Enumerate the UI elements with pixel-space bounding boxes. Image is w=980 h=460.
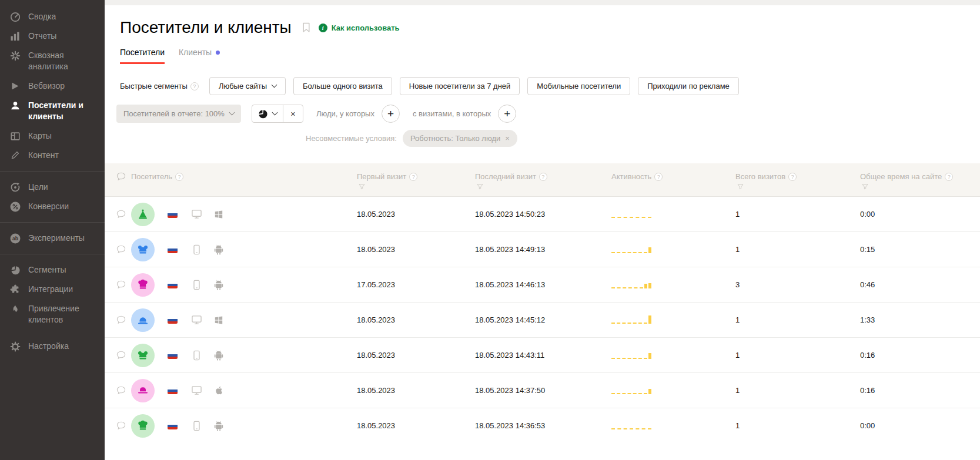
help-icon[interactable]: ? bbox=[175, 173, 183, 181]
sidebar-item-vebvizor[interactable]: Вебвизор bbox=[0, 76, 105, 96]
column-header[interactable]: Последний визит? bbox=[475, 172, 611, 191]
sidebar-item-integratsii[interactable]: Интеграции bbox=[0, 280, 105, 299]
help-icon[interactable]: ? bbox=[654, 173, 663, 181]
add-people-condition-button[interactable]: + bbox=[382, 105, 400, 123]
quick-segments-row: Быстрые сегменты ? Любые сайтыБольше одн… bbox=[105, 77, 980, 95]
sidebar-item-label: Карты bbox=[28, 130, 52, 142]
how-to-use-link[interactable]: Как использовать bbox=[332, 23, 400, 32]
help-icon[interactable]: ? bbox=[788, 173, 797, 181]
incompatible-conditions-label: Несовместимые условия: bbox=[306, 134, 397, 143]
visitor-avatar[interactable] bbox=[131, 379, 155, 402]
activity-baseline bbox=[611, 323, 647, 324]
segment-button-label: Новые посетители за 7 дней bbox=[409, 82, 510, 90]
filter-icon[interactable] bbox=[359, 184, 475, 191]
visitor-avatar[interactable] bbox=[131, 308, 155, 332]
visits-cell: 1 bbox=[735, 210, 860, 219]
column-header[interactable]: Первый визит? bbox=[357, 172, 475, 191]
chevron-down-icon bbox=[229, 110, 235, 116]
column-header[interactable]: Общее время на сайте? bbox=[860, 172, 980, 191]
sidebar-item-konversii[interactable]: Конверсии bbox=[0, 197, 105, 216]
comment-icon[interactable] bbox=[116, 315, 126, 324]
comment-icon[interactable] bbox=[116, 280, 126, 289]
sidebar-item-posetiteli-i-klienty[interactable]: Посетители и клиенты bbox=[0, 96, 105, 126]
comment-icon[interactable] bbox=[116, 351, 126, 360]
clear-segment-button[interactable]: × bbox=[283, 105, 303, 122]
column-header[interactable]: Активность? bbox=[611, 172, 735, 191]
total-time-cell: 1:33 bbox=[860, 315, 980, 324]
segment-pie-button[interactable] bbox=[252, 105, 283, 122]
visitor-avatar[interactable] bbox=[131, 344, 155, 367]
visitor-avatar[interactable] bbox=[131, 273, 155, 297]
segment-button[interactable]: Любые сайты bbox=[209, 77, 286, 95]
visits-cell: 1 bbox=[735, 245, 860, 254]
activity-sparkline bbox=[611, 420, 651, 429]
column-header-label: Общее время на сайте bbox=[860, 172, 942, 181]
sidebar-item-skvoznaya-analitika[interactable]: Сквозная аналитика bbox=[0, 46, 105, 76]
sidebar-item-segmenty[interactable]: Сегменты bbox=[0, 260, 105, 280]
segment-button-label: Любые сайты bbox=[219, 82, 267, 90]
visitor-row[interactable]: 18.05.202318.05.2023 14:43:1110:16 bbox=[105, 337, 980, 372]
segment-button[interactable]: Приходили по рекламе bbox=[638, 77, 739, 95]
help-icon[interactable]: ? bbox=[190, 82, 199, 90]
visitor-avatar[interactable] bbox=[131, 238, 155, 261]
tab-clients[interactable]: Клиенты bbox=[179, 48, 220, 64]
sidebar-item-eksperimenty[interactable]: abЭксперименты bbox=[0, 229, 105, 248]
ears-hat-icon bbox=[137, 350, 149, 361]
comment-icon[interactable] bbox=[116, 210, 126, 219]
segment-button[interactable]: Мобильные посетители bbox=[527, 77, 630, 95]
help-icon[interactable]: ? bbox=[409, 173, 417, 181]
column-header[interactable]: Всего визитов? bbox=[735, 172, 860, 191]
help-icon[interactable]: ? bbox=[945, 173, 953, 181]
mobile-icon bbox=[190, 244, 202, 255]
chef-hat-icon bbox=[137, 279, 149, 291]
visitor-row[interactable]: 18.05.202318.05.2023 14:36:5310:00 bbox=[105, 408, 980, 443]
ears-hat-icon bbox=[137, 244, 149, 256]
comment-icon[interactable] bbox=[116, 386, 126, 395]
remove-chip-icon[interactable]: × bbox=[505, 134, 510, 143]
visitor-avatar[interactable] bbox=[131, 203, 155, 226]
visits-cell: 1 bbox=[735, 315, 860, 324]
comment-icon[interactable] bbox=[116, 245, 126, 254]
sidebar-item-label: Настройка bbox=[28, 341, 69, 352]
sidebar-item-svodka[interactable]: Сводка bbox=[0, 7, 105, 26]
robotness-chip[interactable]: Роботность: Только люди × bbox=[403, 130, 517, 147]
visitor-row[interactable]: 18.05.202318.05.2023 14:50:2310:00 bbox=[105, 196, 980, 231]
sidebar-item-karty[interactable]: Карты bbox=[0, 126, 105, 146]
visitor-row[interactable]: 17.05.202318.05.2023 14:46:1330:46 bbox=[105, 267, 980, 302]
help-icon[interactable]: ? bbox=[539, 173, 547, 181]
sidebar-item-label: Привлечение клиентов bbox=[28, 303, 95, 325]
visitor-row[interactable]: 18.05.202318.05.2023 14:37:5010:16 bbox=[105, 372, 980, 408]
visitor-row[interactable]: 18.05.202318.05.2023 14:49:1310:15 bbox=[105, 231, 980, 267]
tab-visitors[interactable]: Посетители bbox=[120, 48, 165, 64]
visitor-row[interactable]: 18.05.202318.05.2023 14:45:1211:33 bbox=[105, 302, 980, 337]
comment-icon[interactable] bbox=[116, 421, 126, 430]
report-share-dropdown[interactable]: Посетителей в отчете: 100% bbox=[116, 105, 241, 123]
segment-button[interactable]: Новые посетители за 7 дней bbox=[400, 77, 520, 95]
bookmark-icon[interactable] bbox=[302, 22, 310, 33]
sidebar-item-otchety[interactable]: Отчеты bbox=[0, 26, 105, 46]
sidebar-item-tseli[interactable]: Цели bbox=[0, 177, 105, 197]
sidebar-item-label: Сквозная аналитика bbox=[28, 50, 95, 72]
apple-icon bbox=[213, 385, 224, 395]
layout-icon bbox=[9, 130, 21, 142]
robotness-chip-label: Роботность: Только люди bbox=[410, 134, 500, 143]
visitors-table: Посетитель?Первый визит?Последний визит?… bbox=[105, 163, 980, 443]
column-header[interactable]: Посетитель? bbox=[105, 172, 357, 191]
add-visit-condition-button[interactable]: + bbox=[498, 105, 516, 123]
sidebar-item-privlechenie-klientov[interactable]: Привлечение клиентов bbox=[0, 299, 105, 330]
filter-icon[interactable] bbox=[477, 184, 611, 191]
segment-button[interactable]: Больше одного визита bbox=[293, 77, 392, 95]
filter-icon[interactable] bbox=[737, 184, 860, 191]
first-visit-cell: 18.05.2023 bbox=[357, 315, 475, 324]
activity-sparkline bbox=[611, 209, 651, 218]
column-header-label: Активность bbox=[611, 172, 651, 181]
sidebar-item-kontent[interactable]: Контент bbox=[0, 146, 105, 165]
flag-ru-icon bbox=[168, 281, 178, 288]
visitor-avatar[interactable] bbox=[131, 414, 155, 438]
activity-baseline bbox=[611, 252, 647, 253]
windows-icon bbox=[213, 210, 224, 219]
filter-icon[interactable] bbox=[862, 184, 980, 191]
speedometer-icon bbox=[9, 11, 21, 22]
fedora-hat-icon bbox=[137, 385, 149, 397]
sidebar-item-nastroyka[interactable]: Настройка bbox=[0, 337, 105, 356]
